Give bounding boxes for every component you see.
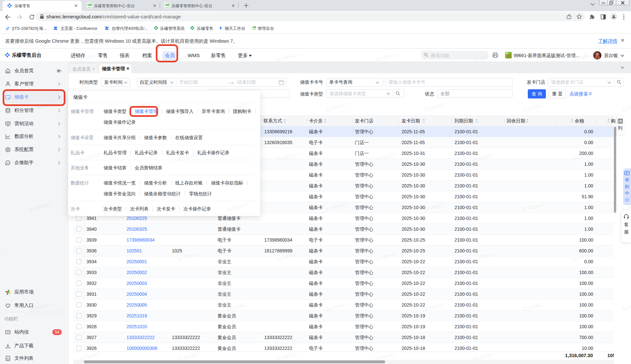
svg-text:LEMON: LEMON	[165, 7, 169, 8]
svg-text:LEMON: LEMON	[87, 7, 92, 8]
svg-text:LEMON: LEMON	[252, 29, 256, 30]
